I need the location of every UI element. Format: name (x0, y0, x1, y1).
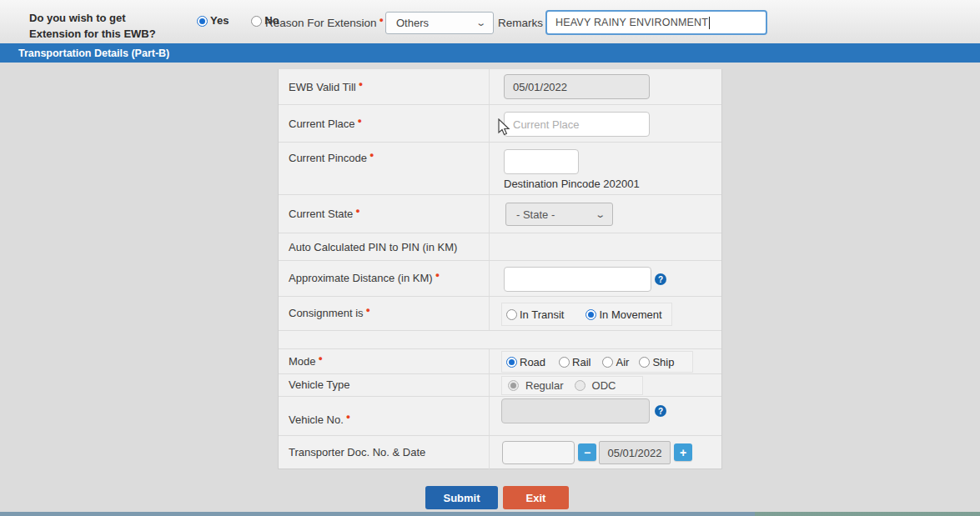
help-icon[interactable]: ? (655, 405, 666, 417)
consignment-label: Consignment is● (289, 306, 370, 319)
help-icon[interactable]: ? (655, 273, 666, 285)
approx-distance-input[interactable] (504, 267, 651, 292)
yes-radio-label: Yes (210, 14, 229, 27)
row-current-pincode: Current Pincode● Destination Pincode 202… (279, 143, 721, 195)
auto-distance-label: Auto Calculated PIN to PIN (in KM) (289, 241, 457, 253)
ship-label: Ship (652, 356, 674, 368)
vehicle-odc-option: ODC (575, 379, 616, 392)
ship-radio[interactable] (639, 357, 650, 368)
current-place-label: Current Place● (289, 117, 362, 130)
question-line1: Do you wish to get (29, 11, 156, 27)
transporter-doc-date: 05/01/2022 (599, 441, 671, 464)
question-line2: Extension for this EWB? (29, 27, 156, 43)
row-mode: Mode● Road Rail Air (279, 349, 721, 374)
approx-distance-label: Approximate Distance (in KM)● (289, 271, 440, 284)
row-vehicle-no: Vehicle No.● ? (279, 397, 721, 436)
transporter-doc-label: Transporter Doc. No. & Date (289, 446, 425, 458)
in-movement-label: In Movement (599, 308, 661, 321)
reason-selected-value: Others (396, 17, 429, 29)
row-vehicle-type: Vehicle Type Regular ODC (279, 374, 721, 397)
remarks-value: HEAVY RAINY ENVIRONMENT (555, 17, 708, 28)
current-pincode-input[interactable] (504, 149, 579, 174)
exit-button[interactable]: Exit (503, 486, 569, 509)
vehicle-type-label: Vehicle Type (289, 378, 349, 391)
row-ewb-valid-till: EWB Valid Till● 05/01/2022 (279, 69, 721, 105)
rail-radio[interactable] (559, 357, 570, 368)
date-minus-button[interactable]: − (578, 443, 596, 461)
in-transit-label: In Transit (520, 308, 564, 321)
remarks-input[interactable]: HEAVY RAINY ENVIRONMENT (545, 10, 767, 35)
ewb-valid-till-label: EWB Valid Till● (289, 80, 363, 93)
chevron-down-icon: ⌄ (595, 209, 606, 220)
no-radio[interactable] (251, 16, 262, 27)
in-movement-option[interactable]: In Movement (585, 308, 661, 321)
vehicle-regular-option: Regular (508, 379, 564, 392)
air-radio[interactable] (602, 357, 613, 368)
bottom-progress-strip (0, 512, 980, 516)
mode-air-option[interactable]: Air (602, 356, 629, 368)
text-caret (709, 17, 710, 29)
row-approx-distance: Approximate Distance (in KM)● ? (279, 261, 721, 297)
odc-label: ODC (592, 379, 616, 392)
ewb-extension-page: Do you wish to get Extension for this EW… (0, 0, 980, 516)
transporter-doc-no-input[interactable] (502, 441, 575, 464)
required-marker: ● (379, 16, 384, 24)
mouse-cursor (497, 118, 510, 137)
submit-button[interactable]: Submit (425, 486, 498, 509)
current-state-value: - State - (516, 208, 555, 221)
yes-radio[interactable] (197, 16, 208, 27)
date-plus-button[interactable]: + (674, 443, 692, 461)
rail-label: Rail (572, 356, 591, 368)
mode-label: Mode● (289, 354, 323, 368)
row-current-state: Current State● - State - ⌄ (279, 195, 721, 233)
consignment-radio-group: In Transit In Movement (501, 303, 672, 326)
row-auto-distance: Auto Calculated PIN to PIN (in KM) (279, 233, 721, 261)
current-place-input[interactable]: Current Place (504, 112, 650, 137)
regular-radio (508, 380, 519, 391)
mode-rail-option[interactable]: Rail (559, 356, 591, 368)
mode-road-option[interactable]: Road (506, 356, 545, 368)
regular-label: Regular (525, 379, 564, 392)
current-pincode-label: Current Pincode● (289, 151, 374, 164)
vehicle-no-label: Vehicle No.● (289, 413, 350, 426)
in-transit-option[interactable]: In Transit (506, 308, 564, 321)
air-label: Air (616, 356, 629, 368)
current-place-placeholder: Current Place (513, 118, 579, 131)
in-transit-radio[interactable] (506, 309, 517, 320)
extension-question-bar: Do you wish to get Extension for this EW… (0, 0, 980, 43)
row-consignment: Consignment is● In Transit In Movement (279, 297, 721, 331)
section-title: Transportation Details (Part-B) (18, 48, 169, 59)
section-header: Transportation Details (Part-B) (0, 43, 980, 63)
destination-pincode-hint: Destination Pincode 202001 (504, 178, 640, 190)
road-label: Road (520, 356, 545, 368)
vehicle-no-input[interactable] (501, 398, 650, 423)
chevron-down-icon: ⌄ (475, 18, 486, 28)
mode-radio-group: Road Rail Air Ship (501, 351, 693, 373)
row-transporter-doc: Transporter Doc. No. & Date − 05/01/2022… (279, 436, 721, 469)
in-movement-radio[interactable] (585, 309, 596, 320)
road-radio[interactable] (506, 357, 517, 368)
spacer-row (279, 331, 721, 349)
extension-question-label: Do you wish to get Extension for this EW… (29, 11, 156, 43)
ewb-valid-till-input: 05/01/2022 (504, 74, 650, 99)
reason-for-extension-select[interactable]: Others ⌄ (385, 12, 494, 34)
reason-for-extension-label: Reason For Extension● (265, 16, 384, 29)
mode-ship-option[interactable]: Ship (639, 356, 674, 368)
current-state-label: Current State● (289, 207, 360, 220)
remarks-label: Remarks● (498, 16, 550, 29)
vehicle-type-radio-group: Regular ODC (501, 376, 643, 395)
current-state-select[interactable]: - State - ⌄ (505, 203, 613, 226)
odc-radio (575, 380, 585, 391)
